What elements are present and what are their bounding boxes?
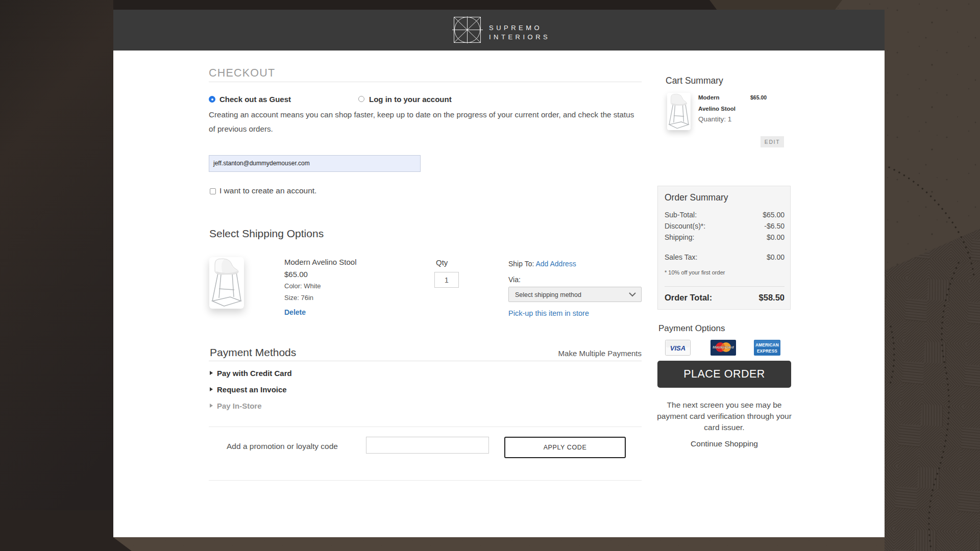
svg-text:EXPRESS: EXPRESS [757, 349, 777, 354]
svg-text:MasterCard: MasterCard [713, 345, 734, 349]
svg-text:AMERICAN: AMERICAN [755, 343, 779, 347]
svg-text:VISA: VISA [670, 344, 685, 352]
